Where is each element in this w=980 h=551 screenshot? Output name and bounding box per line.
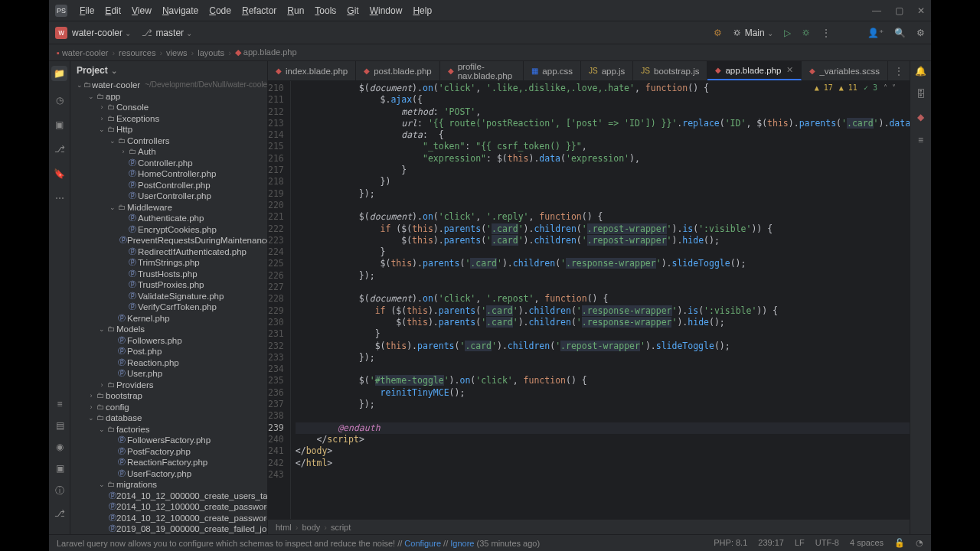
bookmarks-tool-icon[interactable]: 🔖 [54, 168, 65, 179]
tree-file[interactable]: ⓟKernel.php [70, 313, 267, 324]
window-controls[interactable]: — ▢ ✕ [872, 5, 925, 16]
tree-file[interactable]: ⓟEncryptCookies.php [70, 224, 267, 236]
tree-folder[interactable]: ›🗀config [70, 402, 267, 413]
menu-git[interactable]: Git [342, 2, 363, 19]
editor-tab[interactable]: ◆post.blade.php [356, 61, 439, 80]
inspection-indicators[interactable]: ▲ 17 ▲ 11 ✓ 3 ˄ ˅ [815, 83, 896, 92]
run-config-selector[interactable]: ⛭ Main ⌄ [733, 28, 773, 38]
tree-file[interactable]: ⓟFollowersFactory.php [70, 435, 267, 446]
tree-file[interactable]: ⓟTrustHosts.php [70, 269, 267, 280]
tree-folder[interactable]: ⌄🗀Http [70, 124, 267, 135]
tree-file[interactable]: ⓟPost.php [70, 346, 267, 357]
menu-edit[interactable]: Edit [100, 2, 126, 19]
tree-file[interactable]: ⓟPreventRequestsDuringMaintenance.ph [70, 235, 267, 246]
tree-file[interactable]: ⓟFollowers.php [70, 335, 267, 347]
more-tools-icon[interactable]: ⋯ [55, 193, 64, 204]
tree-folder[interactable]: ⌄🗀Models [70, 324, 267, 335]
menu-run[interactable]: Run [283, 2, 309, 19]
editor-tab[interactable]: JSapp.js [581, 61, 633, 80]
tree-folder[interactable]: ⌄🗀migrations [70, 479, 267, 491]
status-encoding[interactable]: UTF-8 [815, 538, 839, 548]
search-icon[interactable]: 🔍 [894, 28, 906, 38]
tree-file[interactable]: ⓟAuthenticate.php [70, 213, 267, 224]
problems-icon[interactable]: ▣ [56, 463, 64, 474]
tree-file[interactable]: ⓟPostController.php [70, 180, 267, 191]
minimize-icon[interactable]: — [872, 5, 881, 16]
status-php[interactable]: PHP: 8.1 [714, 538, 747, 548]
navigation-bar[interactable]: ▪water-cooler›resources›views›layouts›◆ … [49, 44, 931, 61]
settings-icon[interactable]: ⚙ [916, 28, 925, 38]
tree-folder[interactable]: ⌄🗀app [70, 91, 267, 103]
code-crumb[interactable]: script [331, 523, 351, 532]
more-actions-icon[interactable]: ⋮ [822, 28, 831, 38]
git-icon[interactable]: ⎇ [54, 508, 65, 519]
tree-folder[interactable]: ›🗀Providers [70, 380, 267, 391]
project-tree[interactable]: ⌄🗀water-cooler~/Development/DevNull/wate… [70, 80, 267, 534]
tree-file[interactable]: ⓟUserController.php [70, 191, 267, 202]
close-icon[interactable]: ✕ [917, 5, 925, 16]
tree-folder[interactable]: ⌄🗀Middleware [70, 202, 267, 214]
editor-tabs[interactable]: ◆index.blade.php◆post.blade.php◆profile-… [268, 61, 910, 81]
run-button[interactable]: ▷ [784, 28, 791, 38]
close-tab-icon[interactable]: ✕ [786, 65, 793, 75]
tree-file[interactable]: ⓟTrimStrings.php [70, 257, 267, 269]
tree-file[interactable]: ⓟReaction.php [70, 357, 267, 369]
debug-icon[interactable]: ⚙ [714, 28, 722, 38]
vcs-tool-icon[interactable]: ⎇ [54, 144, 65, 155]
stripe-marks-icon[interactable]: ≡ [918, 135, 923, 145]
editor-tab[interactable]: JSbootstrap.js [633, 61, 707, 80]
breadcrumb-item[interactable]: layouts [198, 48, 224, 57]
status-ignore-link[interactable]: Ignore [450, 539, 474, 548]
tabs-more-icon[interactable]: ⋮ [888, 61, 910, 80]
status-indent[interactable]: 4 spaces [850, 538, 884, 548]
tree-file[interactable]: ⓟTrustProxies.php [70, 279, 267, 291]
structure-tool-icon[interactable]: ▣ [55, 119, 64, 130]
status-line-sep[interactable]: LF [795, 538, 805, 548]
memory-indicator-icon[interactable]: ◔ [916, 538, 923, 548]
editor-tab[interactable]: ◆app.blade.php✕ [707, 61, 802, 80]
branch-selector[interactable]: master ⌄ [155, 28, 192, 38]
expand-indicators-icon[interactable]: ˄ ˅ [884, 83, 896, 92]
code-crumb[interactable]: body [302, 523, 320, 532]
tree-file[interactable]: ⓟUserFactory.php [70, 468, 267, 480]
tree-file[interactable]: ⓟValidateSignature.php [70, 291, 267, 302]
status-configure-link[interactable]: Configure [404, 539, 441, 548]
editor-tab[interactable]: ◆index.blade.php [268, 61, 356, 80]
tree-file[interactable]: ⓟRedirectIfAuthenticated.php [70, 246, 267, 258]
menu-file[interactable]: File [75, 2, 99, 19]
tree-file[interactable]: ⓟHomeController.php [70, 168, 267, 180]
ok-icon[interactable]: ✓ 3 [864, 83, 877, 92]
tree-folder[interactable]: ›🗀bootstrap [70, 390, 267, 402]
weak-warning-icon[interactable]: ▲ 11 [839, 83, 858, 92]
tree-folder[interactable]: ›🗀Auth [70, 146, 267, 158]
tree-file[interactable]: ⓟ2014_10_12_100000_create_password_rese [70, 513, 267, 524]
run-settings-icon[interactable]: ⛭ [802, 28, 811, 38]
tree-folder[interactable]: ⌄🗀water-cooler~/Development/DevNull/wate… [70, 80, 267, 91]
tree-folder[interactable]: ›🗀Console [70, 102, 267, 113]
menu-refactor[interactable]: Refactor [237, 2, 281, 19]
right-toolwindow-strip[interactable]: 🔔 🗄 ◆ ≡ [910, 61, 931, 534]
tree-folder[interactable]: ⌄🗀database [70, 412, 267, 424]
tree-file[interactable]: ⓟPostFactory.php [70, 446, 267, 458]
tree-file[interactable]: ⓟ2014_10_12_000000_create_users_table.ph [70, 491, 267, 502]
project-tool-icon[interactable]: 📁 [51, 66, 67, 81]
editor-tab[interactable]: ▦app.css [524, 61, 581, 80]
code-with-me-icon[interactable]: 👤⁺ [867, 28, 884, 38]
editor-tab[interactable]: ◆_variables.scss [802, 61, 888, 80]
tree-folder[interactable]: ›🗀Exceptions [70, 113, 267, 125]
tree-file[interactable]: ⓟ2019_08_19_000000_create_failed_jobs_ta… [70, 523, 267, 534]
menu-view[interactable]: View [127, 2, 156, 19]
database-tool-icon[interactable]: 🗄 [916, 89, 926, 99]
editor[interactable]: ▲ 17 ▲ 11 ✓ 3 ˄ ˅ 2102112122132142152162… [268, 81, 910, 519]
tree-file[interactable]: ⓟController.php [70, 158, 267, 169]
editor-tab[interactable]: ◆profile-nav.blade.php [440, 61, 524, 80]
code-crumb[interactable]: html [276, 523, 292, 532]
menu-code[interactable]: Code [204, 2, 236, 19]
breadcrumb-item[interactable]: views [166, 48, 188, 57]
readonly-icon[interactable]: 🔓 [894, 538, 905, 548]
maximize-icon[interactable]: ▢ [895, 5, 903, 16]
warning-icon[interactable]: ▲ 17 [815, 83, 833, 92]
tree-file[interactable]: ⓟVerifyCsrfToken.php [70, 302, 267, 313]
menu-help[interactable]: Help [408, 2, 436, 19]
menu-window[interactable]: Window [365, 2, 407, 19]
